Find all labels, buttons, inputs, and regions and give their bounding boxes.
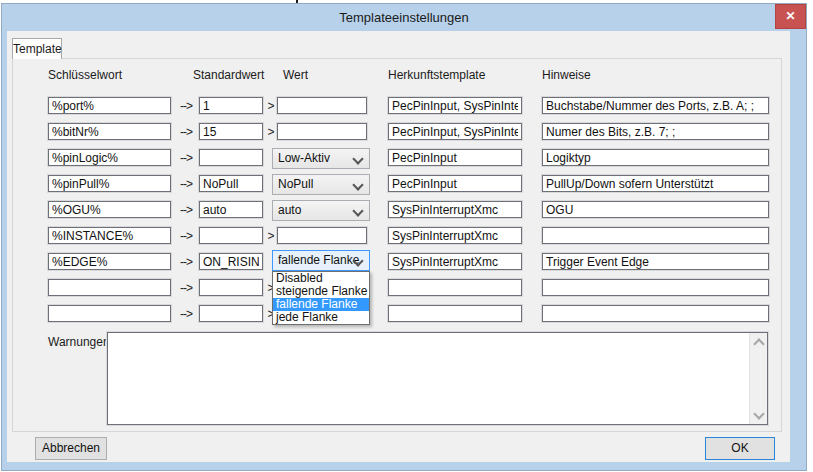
dropdown-value: auto — [278, 203, 301, 217]
arrow-label: --> — [173, 177, 199, 191]
notes-field[interactable] — [542, 227, 769, 244]
origin-field[interactable] — [388, 97, 522, 114]
value-dropdown[interactable]: NoPull — [272, 174, 370, 195]
keyword-field[interactable] — [48, 175, 171, 192]
origin-field[interactable] — [388, 227, 522, 244]
keyword-field[interactable] — [48, 253, 171, 270]
scroll-down-button[interactable] — [750, 407, 767, 424]
dialog-client-area: Template Schlüsselwort Standardwert Wert… — [7, 31, 790, 462]
template-settings-dialog: Templateeinstellungen ✕ Template Schlüss… — [2, 4, 806, 470]
dropdown-value: Low-Aktiv — [278, 151, 330, 165]
dropdown-item[interactable]: Disabled — [273, 272, 369, 285]
dropdown-item[interactable]: jede Flanke — [273, 311, 369, 324]
origin-field[interactable] — [388, 305, 522, 322]
default-field[interactable] — [199, 279, 263, 296]
dropdown-item[interactable]: steigende Flanke — [273, 285, 369, 298]
notes-field[interactable] — [542, 279, 769, 296]
arrow-label: --> — [173, 99, 199, 113]
keyword-field[interactable] — [48, 227, 171, 244]
origin-field[interactable] — [388, 253, 522, 270]
window-title: Templateeinstellungen — [2, 4, 806, 31]
origin-field[interactable] — [388, 279, 522, 296]
dropdown-value: fallende Flanke — [278, 253, 359, 267]
notes-field[interactable] — [542, 305, 769, 322]
notes-field[interactable] — [542, 201, 769, 218]
chevron-up-icon — [753, 338, 764, 349]
default-field[interactable] — [199, 253, 263, 270]
keyword-field[interactable] — [48, 201, 171, 218]
value-field[interactable] — [277, 97, 367, 114]
cancel-button[interactable]: Abbrechen — [35, 437, 107, 460]
edge-dropdown[interactable]: fallende Flanke — [272, 250, 370, 271]
default-field[interactable] — [199, 149, 263, 166]
default-field[interactable] — [199, 175, 263, 192]
default-field[interactable] — [199, 123, 263, 140]
origin-field[interactable] — [388, 201, 522, 218]
table-row: --> > — [7, 97, 790, 119]
value-field[interactable] — [277, 227, 367, 244]
keyword-field[interactable] — [48, 123, 171, 140]
scroll-up-button[interactable] — [750, 333, 767, 350]
table-row: --> > — [7, 123, 790, 145]
table-row: --> > — [7, 305, 790, 327]
gt-label: > — [266, 229, 276, 243]
dropdown-list: Disabled steigende Flanke fallende Flank… — [272, 271, 370, 325]
chevron-down-icon — [352, 205, 363, 216]
tab-template[interactable]: Template — [12, 38, 62, 59]
default-field[interactable] — [199, 227, 263, 244]
notes-field[interactable] — [542, 149, 769, 166]
origin-field[interactable] — [388, 175, 522, 192]
close-icon: ✕ — [785, 9, 795, 23]
notes-field[interactable] — [542, 175, 769, 192]
column-header-default: Standardwert — [193, 68, 264, 82]
keyword-field[interactable] — [48, 149, 171, 166]
value-field[interactable] — [277, 123, 367, 140]
keyword-field[interactable] — [48, 305, 171, 322]
table-row: --> > — [7, 227, 790, 249]
notes-field[interactable] — [542, 97, 769, 114]
warnings-textarea[interactable] — [107, 332, 768, 425]
keyword-field[interactable] — [48, 279, 171, 296]
origin-field[interactable] — [388, 123, 522, 140]
table-row: --> NoPull — [7, 175, 790, 197]
column-header-origin: Herkunftstemplate — [388, 68, 485, 82]
close-button[interactable]: ✕ — [775, 4, 806, 29]
keyword-field[interactable] — [48, 97, 171, 114]
arrow-label: --> — [173, 307, 199, 321]
warnings-label: Warnungen: — [48, 335, 113, 349]
chevron-down-icon — [753, 408, 764, 419]
origin-field[interactable] — [388, 149, 522, 166]
desktop-background: Templateeinstellungen ✕ Template Schlüss… — [0, 0, 813, 472]
arrow-label: --> — [173, 151, 199, 165]
column-header-keyword: Schlüsselwort — [48, 68, 122, 82]
arrow-label: --> — [173, 229, 199, 243]
chevron-down-icon — [352, 179, 363, 190]
gt-label: > — [266, 99, 276, 113]
notes-field[interactable] — [542, 123, 769, 140]
table-row: --> Low-Aktiv — [7, 149, 790, 171]
column-header-value: Wert — [283, 68, 308, 82]
value-dropdown[interactable]: Low-Aktiv — [272, 148, 370, 169]
default-field[interactable] — [199, 201, 263, 218]
arrow-label: --> — [173, 281, 199, 295]
arrow-label: --> — [173, 203, 199, 217]
value-dropdown[interactable]: auto — [272, 200, 370, 221]
dropdown-item-selected[interactable]: fallende Flanke — [273, 298, 369, 311]
default-field[interactable] — [199, 305, 263, 322]
chevron-down-icon — [352, 153, 363, 164]
titlebar[interactable]: Templateeinstellungen ✕ — [2, 4, 806, 31]
arrow-label: --> — [173, 255, 199, 269]
arrow-label: --> — [173, 125, 199, 139]
gt-label: > — [266, 125, 276, 139]
ok-button[interactable]: OK — [705, 437, 775, 460]
warnings-scrollbar[interactable] — [749, 333, 767, 424]
default-field[interactable] — [199, 97, 263, 114]
table-row: --> fallende Flanke — [7, 253, 790, 275]
table-row: --> > — [7, 279, 790, 301]
dropdown-value: NoPull — [278, 177, 313, 191]
notes-field[interactable] — [542, 253, 769, 270]
column-header-notes: Hinweise — [542, 68, 591, 82]
table-row: --> auto — [7, 201, 790, 223]
